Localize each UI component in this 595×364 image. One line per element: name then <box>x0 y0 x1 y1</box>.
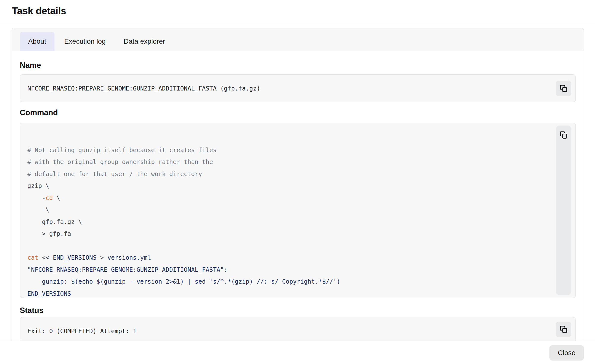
code-line <box>27 240 546 252</box>
code-line: # Not calling gunzip itself because it c… <box>27 144 546 156</box>
copy-icon <box>560 131 567 140</box>
task-details-page: Task details AboutExecution logData expl… <box>0 0 595 364</box>
code-line: END_VERSIONS <box>27 288 546 298</box>
code-line: > gfp.fa <box>27 228 546 240</box>
copy-icon <box>560 85 567 92</box>
code-line: # default one for that user / the work d… <box>27 168 546 180</box>
name-box: NFCORE_RNASEQ:PREPARE_GENOME:GUNZIP_ADDI… <box>20 74 576 102</box>
status-heading: Status <box>20 306 576 314</box>
copy-name-button[interactable] <box>556 81 571 96</box>
name-heading: Name <box>20 61 576 69</box>
command-box: # Not calling gunzip itself because it c… <box>20 123 576 298</box>
name-value: NFCORE_RNASEQ:PREPARE_GENOME:GUNZIP_ADDI… <box>27 85 260 92</box>
code-line: gunzip: $(echo $(gunzip --version 2>&1) … <box>27 276 546 288</box>
code-line: \ <box>27 204 546 216</box>
code-line: cat <<-END_VERSIONS > versions.yml <box>27 252 546 264</box>
modal-footer: Close <box>0 341 595 364</box>
tab-about[interactable]: About <box>20 32 55 51</box>
command-code: # Not calling gunzip itself because it c… <box>20 123 576 298</box>
close-button[interactable]: Close <box>549 345 584 361</box>
code-line: -cd \ <box>27 192 546 204</box>
command-heading: Command <box>20 109 576 116</box>
status-box: Exit: 0 (COMPLETED) Attempt: 1 <box>20 317 576 341</box>
status-value: Exit: 0 (COMPLETED) Attempt: 1 <box>27 328 137 335</box>
code-line: gfp.fa.gz \ <box>27 216 546 228</box>
card-body: Name NFCORE_RNASEQ:PREPARE_GENOME:GUNZIP… <box>12 51 584 341</box>
code-line: # with the original group ownership rath… <box>27 156 546 168</box>
copy-status-button[interactable] <box>556 322 571 337</box>
copy-icon <box>560 326 567 333</box>
copy-command-button[interactable] <box>556 127 571 143</box>
code-line: "NFCORE_RNASEQ:PREPARE_GENOME:GUNZIP_ADD… <box>27 264 546 276</box>
tab-execution-log[interactable]: Execution log <box>56 32 114 51</box>
tab-data-explorer[interactable]: Data explorer <box>115 32 173 51</box>
command-scrollbar[interactable] <box>556 126 571 295</box>
task-details-card: AboutExecution logData explorer Name NFC… <box>12 28 584 341</box>
code-line: gzip \ <box>27 180 546 192</box>
tab-bar: AboutExecution logData explorer <box>12 28 584 51</box>
page-title: Task details <box>12 5 66 17</box>
page-header: Task details <box>0 0 595 23</box>
code-line <box>27 132 546 144</box>
